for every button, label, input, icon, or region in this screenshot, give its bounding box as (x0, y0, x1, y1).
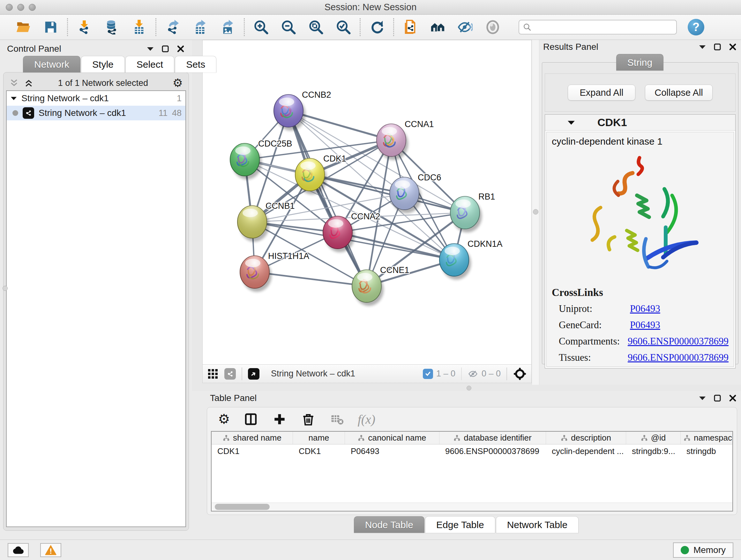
expand-all-button[interactable]: Expand All (568, 84, 635, 101)
column-header-canonical-name[interactable]: canonical name (345, 432, 440, 444)
tab-network-table[interactable]: Network Table (496, 516, 579, 533)
table-cell[interactable]: cyclin-dependent ... (546, 444, 626, 458)
uniprot-link[interactable]: P06493 (630, 303, 660, 314)
refresh-button[interactable] (369, 19, 385, 35)
splitter-handle[interactable] (467, 386, 471, 390)
table-cell[interactable]: CDK1 (212, 444, 293, 458)
node-CCNE1[interactable]: CCNE1 (352, 265, 409, 306)
table-options-gear-icon[interactable]: ⚙ (218, 413, 230, 426)
network-share-icon[interactable] (224, 368, 236, 380)
panel-menu-icon[interactable] (699, 45, 706, 49)
string-home-button[interactable] (430, 19, 446, 35)
zoom-fit-button[interactable] (308, 19, 324, 35)
zoom-out-button[interactable] (280, 19, 296, 35)
zoom-selected-button[interactable] (335, 19, 351, 35)
tab-string[interactable]: String (616, 54, 664, 71)
network-row[interactable]: String Network – cdk1 11 48 (7, 106, 185, 120)
tissues-link[interactable]: 9606.ENSP00000378699 (628, 352, 729, 363)
node-CCNB1[interactable]: CCNB1 (238, 201, 295, 242)
tab-style[interactable]: Style (81, 56, 125, 72)
splitter-handle[interactable] (3, 286, 8, 291)
column-header-name[interactable]: name (293, 432, 345, 444)
search-input[interactable] (534, 22, 672, 32)
node-CCNA2[interactable]: CCNA2 (323, 212, 381, 252)
table-cell[interactable]: P06493 (345, 444, 440, 458)
create-column-button[interactable] (272, 411, 287, 427)
close-panel-icon[interactable] (177, 45, 185, 53)
selected-nodes-indicator[interactable]: 1 – 0 (423, 369, 455, 379)
help-button[interactable]: ? (688, 19, 704, 36)
show-columns-button[interactable] (243, 411, 259, 427)
delete-column-button[interactable] (300, 411, 316, 427)
export-table-button[interactable] (192, 19, 208, 35)
node-CCNB2[interactable]: CCNB2 (274, 90, 331, 131)
warnings-button[interactable] (40, 543, 61, 557)
table-cell[interactable]: stringdb:9... (626, 444, 681, 458)
birdseye-view-icon[interactable] (248, 368, 259, 380)
tab-sets[interactable]: Sets (175, 56, 216, 72)
node-CDKN1A[interactable]: CDKN1A (440, 239, 502, 280)
panel-menu-icon[interactable] (699, 396, 706, 400)
tab-node-table[interactable]: Node Table (354, 516, 424, 533)
level-of-detail-button[interactable] (485, 19, 501, 35)
export-network-button[interactable] (165, 19, 181, 35)
crosshair-icon[interactable] (513, 367, 527, 381)
close-panel-icon[interactable] (729, 394, 737, 402)
delete-table-button[interactable] (329, 411, 345, 427)
expand-all-icon[interactable] (24, 78, 33, 88)
float-panel-icon[interactable] (714, 43, 721, 51)
genecard-link[interactable]: P06493 (630, 319, 660, 331)
import-table-button[interactable] (131, 19, 147, 35)
open-session-button[interactable] (15, 19, 31, 35)
collapse-all-icon[interactable] (9, 78, 19, 88)
network-canvas[interactable]: CCNB2CCNA1CDC25BCDK1CDC6RB1CCNB1CCNA2CDK… (202, 40, 532, 365)
horizontal-scrollbar[interactable] (212, 503, 732, 511)
table-cell[interactable]: stringdb (681, 444, 733, 458)
string-network-graph[interactable]: CCNB2CCNA1CDC25BCDK1CDC6RB1CCNB1CCNA2CDK… (203, 40, 532, 365)
section-expander-icon[interactable] (567, 120, 575, 125)
panel-menu-icon[interactable] (147, 47, 154, 51)
tab-select[interactable]: Select (125, 56, 174, 72)
search-box[interactable] (519, 20, 677, 35)
memory-button[interactable]: Memory (673, 543, 733, 558)
float-panel-icon[interactable] (161, 45, 169, 53)
tab-network[interactable]: Network (23, 56, 80, 72)
save-session-button[interactable] (43, 19, 59, 35)
compartments-link[interactable]: 9606.ENSP00000378699 (628, 335, 729, 347)
node-CDC25B[interactable]: CDC25B (230, 139, 292, 179)
column-header-shared-name[interactable]: shared name (212, 432, 293, 444)
table-row[interactable]: CDK1CDK1P064939606.ENSP00000378699cyclin… (212, 444, 732, 458)
column-header-@id[interactable]: @id (626, 432, 681, 444)
export-image-button[interactable] (219, 19, 235, 35)
close-panel-icon[interactable] (729, 43, 737, 51)
scrollbar-thumb[interactable] (215, 504, 270, 510)
share-file-button[interactable] (402, 19, 418, 35)
function-builder-button[interactable]: f(x) (358, 412, 376, 427)
column-header-namespac[interactable]: namespac (681, 432, 733, 444)
tab-edge-table[interactable]: Edge Table (425, 516, 495, 533)
node-CDC6[interactable]: CDC6 (390, 173, 441, 213)
import-network-database-button[interactable] (104, 19, 120, 35)
splitter-handle[interactable] (533, 209, 538, 214)
float-panel-icon[interactable] (714, 394, 721, 402)
collection-expander-icon[interactable] (10, 96, 17, 101)
network-options-gear-icon[interactable]: ⚙ (173, 77, 183, 89)
node-RB1[interactable]: RB1 (450, 192, 495, 233)
show-hide-button[interactable] (457, 19, 473, 35)
hidden-nodes-indicator[interactable]: 0 – 0 (468, 369, 501, 379)
zoom-in-button[interactable] (253, 19, 269, 35)
node-table[interactable]: shared namenamecanonical namedatabase id… (211, 431, 733, 511)
table-cell[interactable]: CDK1 (293, 444, 345, 458)
node-CDK1[interactable]: CDK1 (295, 154, 346, 194)
gene-section-header[interactable]: CDK1 (545, 115, 735, 131)
table-cell[interactable]: 9606.ENSP00000378699 (440, 444, 546, 458)
collapse-all-button[interactable]: Collapse All (645, 84, 713, 101)
horizontal-splitter[interactable] (192, 385, 741, 391)
import-network-file-button[interactable] (76, 19, 92, 35)
grid-view-icon[interactable] (207, 368, 219, 380)
node-HIST1H1A[interactable]: HIST1H1A (240, 251, 309, 292)
column-header-database-identifier[interactable]: database identifier (440, 432, 546, 444)
vertical-splitter[interactable] (532, 40, 539, 385)
column-header-description[interactable]: description (546, 432, 626, 444)
cloud-status-button[interactable] (8, 543, 29, 557)
